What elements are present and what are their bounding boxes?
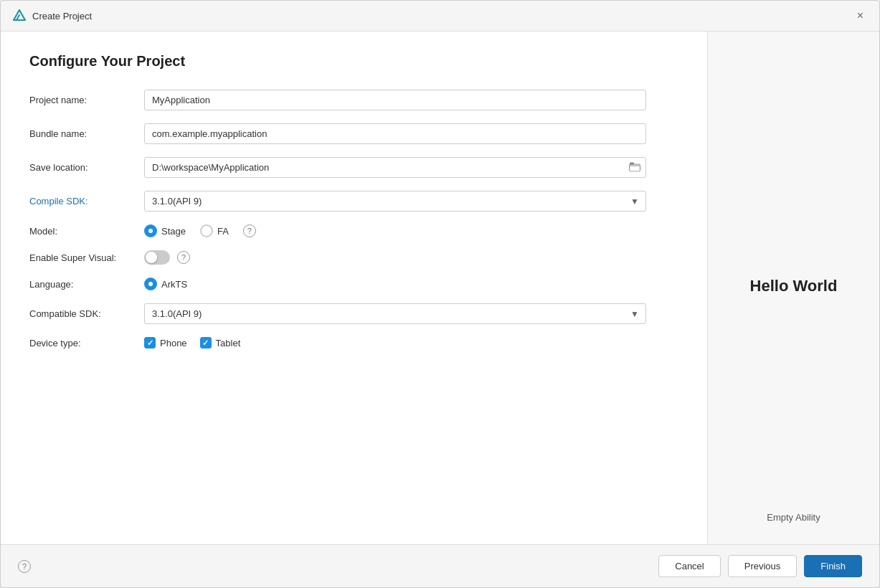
- model-fa-option[interactable]: FA: [200, 224, 229, 237]
- footer-left: ?: [18, 560, 31, 573]
- super-visual-row: Enable Super Visual: ?: [29, 250, 678, 265]
- language-arkts-option[interactable]: ArkTS: [144, 278, 187, 290]
- super-visual-toggle-container: ?: [144, 250, 646, 265]
- project-name-row: Project name:: [29, 90, 678, 110]
- folder-browse-icon[interactable]: [629, 161, 640, 174]
- bundle-name-input[interactable]: [144, 123, 646, 144]
- compile-sdk-control: 3.1.0(API 9) ▼: [144, 191, 646, 212]
- cancel-button[interactable]: Cancel: [658, 555, 720, 577]
- model-label: Model:: [29, 226, 144, 237]
- bundle-name-row: Bundle name:: [29, 123, 678, 144]
- device-type-control: Phone Tablet: [144, 337, 646, 348]
- save-location-input[interactable]: [144, 157, 646, 178]
- create-project-dialog: Create Project × Configure Your Project …: [0, 0, 880, 588]
- bundle-name-control: [144, 123, 646, 144]
- language-arkts-label: ArkTS: [161, 279, 187, 290]
- compile-sdk-label: Compile SDK:: [29, 196, 144, 207]
- save-location-row: Save location:: [29, 157, 678, 178]
- footer: ? Cancel Previous Finish: [1, 544, 879, 587]
- model-control: Stage FA ?: [144, 224, 646, 237]
- model-stage-label: Stage: [161, 226, 186, 237]
- left-panel: Configure Your Project Project name: Bun…: [1, 32, 707, 544]
- model-help-icon[interactable]: ?: [243, 224, 256, 237]
- compatible-sdk-control: 3.1.0(API 9) ▼: [144, 303, 646, 324]
- super-visual-label: Enable Super Visual:: [29, 252, 144, 263]
- save-location-control: [144, 157, 646, 178]
- language-control: ArkTS: [144, 278, 646, 290]
- model-radio-group: Stage FA ?: [144, 224, 646, 237]
- dialog-title: Create Project: [32, 11, 92, 22]
- device-tablet-checkbox[interactable]: [200, 337, 212, 348]
- language-radio-group: ArkTS: [144, 278, 646, 290]
- page-title: Configure Your Project: [29, 53, 678, 70]
- device-type-checkbox-group: Phone Tablet: [144, 337, 646, 348]
- preview-area: Hello World: [750, 60, 838, 512]
- project-name-control: [144, 90, 646, 110]
- finish-button[interactable]: Finish: [804, 555, 862, 577]
- super-visual-control: ?: [144, 250, 646, 265]
- model-fa-radio[interactable]: [200, 224, 213, 237]
- model-stage-radio[interactable]: [144, 224, 157, 237]
- toggle-knob: [146, 252, 157, 263]
- close-button[interactable]: ×: [853, 8, 868, 24]
- compile-sdk-select[interactable]: 3.1.0(API 9): [144, 191, 646, 212]
- titlebar-left: Create Project: [12, 9, 92, 23]
- titlebar: Create Project ×: [1, 1, 879, 32]
- device-phone-option[interactable]: Phone: [144, 337, 187, 348]
- model-stage-option[interactable]: Stage: [144, 224, 186, 237]
- save-location-label: Save location:: [29, 162, 144, 173]
- compatible-sdk-select[interactable]: 3.1.0(API 9): [144, 303, 646, 324]
- device-type-label: Device type:: [29, 338, 144, 348]
- model-fa-label: FA: [217, 226, 229, 237]
- compile-sdk-row: Compile SDK: 3.1.0(API 9) ▼: [29, 191, 678, 212]
- language-label: Language:: [29, 279, 144, 290]
- project-name-input[interactable]: [144, 90, 646, 110]
- content-area: Configure Your Project Project name: Bun…: [1, 32, 879, 544]
- device-tablet-label: Tablet: [216, 338, 241, 348]
- svg-rect-3: [630, 162, 634, 164]
- compatible-sdk-label: Compatible SDK:: [29, 308, 144, 319]
- bundle-name-label: Bundle name:: [29, 128, 144, 139]
- previous-button[interactable]: Previous: [728, 555, 798, 577]
- device-phone-checkbox[interactable]: [144, 337, 156, 348]
- device-tablet-option[interactable]: Tablet: [200, 337, 241, 348]
- footer-help-icon[interactable]: ?: [18, 560, 31, 573]
- super-visual-toggle[interactable]: [144, 250, 170, 265]
- app-logo-icon: [12, 9, 27, 23]
- device-type-row: Device type: Phone Tablet: [29, 337, 678, 348]
- preview-caption: Empty Ability: [767, 512, 820, 523]
- compatible-sdk-select-wrapper: 3.1.0(API 9) ▼: [144, 303, 646, 324]
- project-name-label: Project name:: [29, 95, 144, 105]
- compatible-sdk-row: Compatible SDK: 3.1.0(API 9) ▼: [29, 303, 678, 324]
- super-visual-help-icon[interactable]: ?: [177, 251, 190, 264]
- right-panel: Hello World Empty Ability: [707, 32, 879, 544]
- model-row: Model: Stage FA ?: [29, 224, 678, 237]
- language-arkts-radio[interactable]: [144, 278, 157, 290]
- device-phone-label: Phone: [160, 338, 187, 348]
- preview-hello-world: Hello World: [750, 277, 838, 295]
- footer-right: Cancel Previous Finish: [658, 555, 862, 577]
- language-row: Language: ArkTS: [29, 278, 678, 290]
- compile-sdk-select-wrapper: 3.1.0(API 9) ▼: [144, 191, 646, 212]
